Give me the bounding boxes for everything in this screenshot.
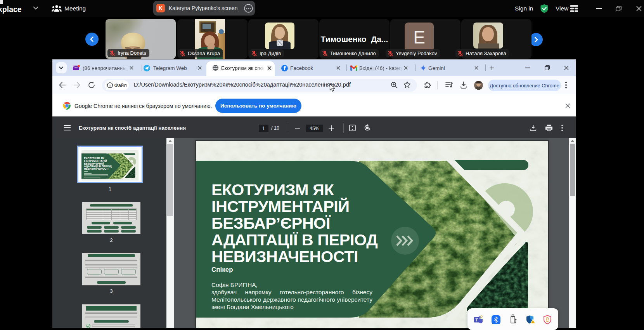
svg-text:ЕКОТУРИЗМ ЯК: ЕКОТУРИЗМ ЯК <box>84 157 104 160</box>
svg-text:ІНСТРУМЕНТАРІЙ: ІНСТРУМЕНТАРІЙ <box>84 159 107 162</box>
svg-text:НЕВИЗНАЧЕНОСТІ: НЕВИЗНАЧЕНОСТІ <box>84 167 108 170</box>
svg-text:БЕЗБАР’ЄРНОЇ: БЕЗБАР’ЄРНОЇ <box>84 162 104 165</box>
